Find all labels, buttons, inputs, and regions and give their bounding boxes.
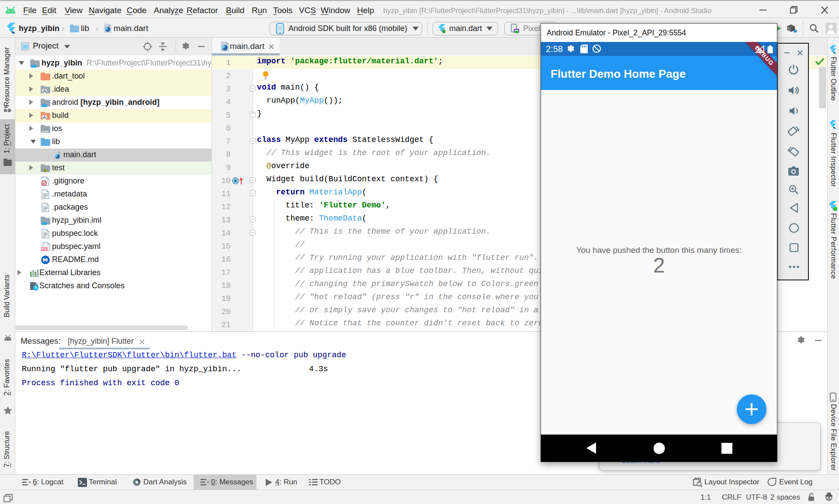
svg-text:YML: YML [42, 248, 48, 251]
